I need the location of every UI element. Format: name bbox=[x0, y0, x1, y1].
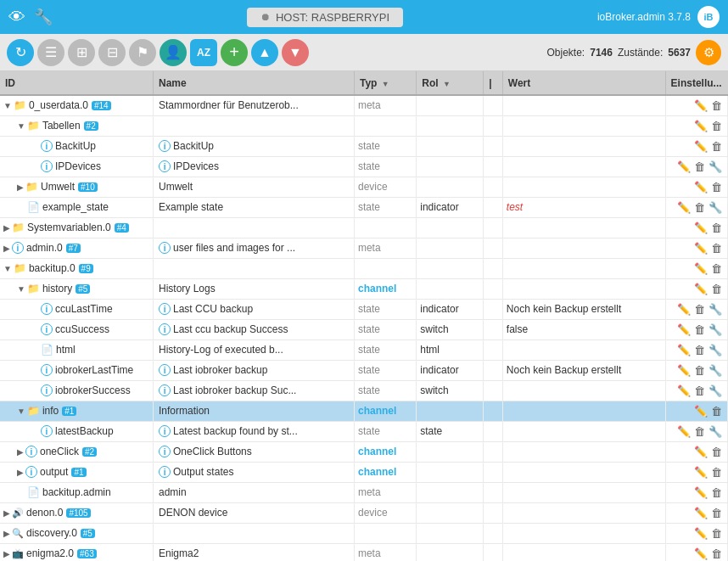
az-button[interactable]: AZ bbox=[190, 39, 217, 66]
edit-button[interactable]: ✏️ bbox=[675, 384, 692, 398]
edit-button[interactable]: ✏️ bbox=[692, 180, 709, 194]
header-wert[interactable]: Wert bbox=[502, 71, 665, 95]
table-row[interactable]: ▶📺enigma2.0#63Enigma2meta✏️🗑 bbox=[0, 543, 728, 561]
delete-button[interactable]: 🗑 bbox=[692, 363, 707, 378]
header-id[interactable]: ID bbox=[0, 71, 154, 95]
expand-icon[interactable]: ▼ bbox=[3, 264, 12, 273]
expand-icon[interactable]: ▶ bbox=[3, 529, 10, 538]
expand-icon[interactable]: ▼ bbox=[17, 407, 25, 416]
edit-button[interactable]: ✏️ bbox=[692, 506, 709, 520]
wrench-button[interactable]: 🔧 bbox=[707, 384, 724, 398]
expand-icon[interactable]: ▶ bbox=[17, 447, 24, 457]
expand-button[interactable]: ⊞ bbox=[68, 39, 95, 66]
edit-button[interactable]: ✏️ bbox=[692, 465, 709, 480]
edit-button[interactable]: ✏️ bbox=[675, 343, 692, 357]
delete-button[interactable]: 🗑 bbox=[692, 323, 707, 337]
table-row[interactable]: ▼📁backitup.0#9✏️🗑 bbox=[0, 258, 728, 278]
delete-button[interactable]: 🗑 bbox=[709, 526, 724, 541]
wrench-button[interactable]: 🔧 bbox=[707, 200, 724, 215]
edit-button[interactable]: ✏️ bbox=[675, 323, 692, 337]
delete-button[interactable]: 🗑 bbox=[692, 302, 707, 317]
table-row[interactable]: ▶ioutput#1iOutput stateschannel✏️🗑 bbox=[0, 462, 728, 482]
delete-button[interactable]: 🗑 bbox=[709, 282, 724, 296]
edit-button[interactable]: ✏️ bbox=[692, 404, 709, 418]
delete-button[interactable]: 🗑 bbox=[709, 506, 724, 520]
table-row[interactable]: iIPDevicesiIPDevicesstate✏️🗑🔧 bbox=[0, 156, 728, 177]
edit-button[interactable]: ✏️ bbox=[692, 139, 709, 154]
edit-button[interactable]: ✏️ bbox=[692, 282, 709, 296]
person-button[interactable]: 👤 bbox=[160, 39, 187, 66]
delete-button[interactable]: 🗑 bbox=[692, 343, 707, 357]
collapse-button[interactable]: ⊟ bbox=[98, 39, 126, 66]
edit-button[interactable]: ✏️ bbox=[692, 547, 709, 561]
edit-button[interactable]: ✏️ bbox=[675, 200, 692, 215]
refresh-button[interactable]: ↻ bbox=[7, 39, 34, 66]
host-pill[interactable]: ⏺ HOST: RASPBERRYPI bbox=[247, 8, 403, 27]
download-button[interactable]: ▼ bbox=[282, 39, 309, 66]
expand-icon[interactable]: ▶ bbox=[3, 244, 10, 253]
delete-button[interactable]: 🗑 bbox=[692, 424, 707, 439]
add-button[interactable]: + bbox=[221, 39, 248, 66]
delete-button[interactable]: 🗑 bbox=[709, 404, 724, 418]
delete-button[interactable]: 🗑 bbox=[709, 547, 724, 561]
header-rol[interactable]: Rol ▼ bbox=[417, 71, 484, 95]
delete-button[interactable]: 🗑 bbox=[709, 465, 724, 480]
delete-button[interactable]: 🗑 bbox=[709, 180, 724, 194]
wrench-button[interactable]: 🔧 bbox=[707, 302, 724, 317]
edit-button[interactable]: ✏️ bbox=[692, 119, 709, 133]
delete-button[interactable]: 🗑 bbox=[709, 445, 724, 459]
edit-button[interactable]: ✏️ bbox=[692, 445, 709, 459]
expand-icon[interactable]: ▼ bbox=[17, 284, 25, 294]
expand-icon[interactable]: ▶ bbox=[3, 508, 10, 518]
wrench-button[interactable]: 🔧 bbox=[707, 424, 724, 439]
settings-button[interactable]: ⚙ bbox=[696, 40, 721, 65]
edit-button[interactable]: ✏️ bbox=[675, 363, 692, 378]
expand-icon[interactable]: ▶ bbox=[17, 468, 24, 477]
table-row[interactable]: ▶🔍discovery.0#5✏️🗑 bbox=[0, 523, 728, 543]
delete-button[interactable]: 🗑 bbox=[692, 160, 707, 174]
edit-button[interactable]: ✏️ bbox=[692, 221, 709, 235]
table-row[interactable]: ▶📁Umwelt#10Umweltdevice✏️🗑 bbox=[0, 177, 728, 197]
header-name[interactable]: Name bbox=[154, 71, 355, 95]
wrench-button[interactable]: 🔧 bbox=[707, 160, 724, 174]
edit-button[interactable]: ✏️ bbox=[692, 98, 709, 113]
table-row[interactable]: iiobrokerSuccessiLast iobroker backup Su… bbox=[0, 380, 728, 401]
table-row[interactable]: 📄example_stateExample statestateindicato… bbox=[0, 197, 728, 217]
table-row[interactable]: ▼📁info#1Informationchannel✏️🗑 bbox=[0, 401, 728, 421]
wrench-icon[interactable]: 🔧 bbox=[34, 8, 53, 26]
delete-button[interactable]: 🗑 bbox=[709, 261, 724, 276]
wrench-button[interactable]: 🔧 bbox=[707, 343, 724, 357]
edit-button[interactable]: ✏️ bbox=[675, 424, 692, 439]
edit-button[interactable]: ✏️ bbox=[675, 160, 692, 174]
header-typ[interactable]: Typ ▼ bbox=[354, 71, 416, 95]
table-row[interactable]: ▶ioneClick#2iOneClick Buttonschannel✏️🗑 bbox=[0, 441, 728, 462]
edit-button[interactable]: ✏️ bbox=[692, 485, 709, 500]
delete-button[interactable]: 🗑 bbox=[709, 119, 724, 133]
eye-icon[interactable]: 👁 bbox=[8, 8, 25, 27]
table-row[interactable]: ▶iadmin.0#7iuser files and images for ..… bbox=[0, 238, 728, 258]
table-row[interactable]: iiobrokerLastTimeiLast iobroker backupst… bbox=[0, 360, 728, 380]
delete-button[interactable]: 🗑 bbox=[692, 384, 707, 398]
table-row[interactable]: iBackitUpiBackitUpstate✏️🗑 bbox=[0, 136, 728, 156]
wrench-button[interactable]: 🔧 bbox=[707, 363, 724, 378]
delete-button[interactable]: 🗑 bbox=[709, 139, 724, 154]
table-row[interactable]: ▼📁0_userdata.0#14Stammordner für Benutze… bbox=[0, 95, 728, 115]
table-row[interactable]: ilatestBackupiLatest backup found by st.… bbox=[0, 421, 728, 441]
edit-button[interactable]: ✏️ bbox=[692, 241, 709, 255]
list-button[interactable]: ☰ bbox=[37, 39, 64, 66]
wrench-button[interactable]: 🔧 bbox=[707, 323, 724, 337]
table-row[interactable]: 📄htmlHistory-Log of executed b...stateht… bbox=[0, 339, 728, 360]
header-flag[interactable]: | bbox=[484, 71, 503, 95]
delete-button[interactable]: 🗑 bbox=[709, 485, 724, 500]
table-row[interactable]: iccuLastTimeiLast CCU backupstateindicat… bbox=[0, 299, 728, 319]
table-row[interactable]: ▼📁history#5History Logschannel✏️🗑 bbox=[0, 278, 728, 299]
delete-button[interactable]: 🗑 bbox=[709, 221, 724, 235]
edit-button[interactable]: ✏️ bbox=[692, 261, 709, 276]
expand-icon[interactable]: ▼ bbox=[17, 121, 25, 131]
delete-button[interactable]: 🗑 bbox=[692, 200, 707, 215]
expand-icon[interactable]: ▶ bbox=[3, 223, 10, 233]
expand-icon[interactable]: ▼ bbox=[3, 101, 12, 110]
edit-button[interactable]: ✏️ bbox=[675, 302, 692, 317]
delete-button[interactable]: 🗑 bbox=[709, 98, 724, 113]
table-row[interactable]: ▶🔊denon.0#105DENON devicedevice✏️🗑 bbox=[0, 502, 728, 523]
